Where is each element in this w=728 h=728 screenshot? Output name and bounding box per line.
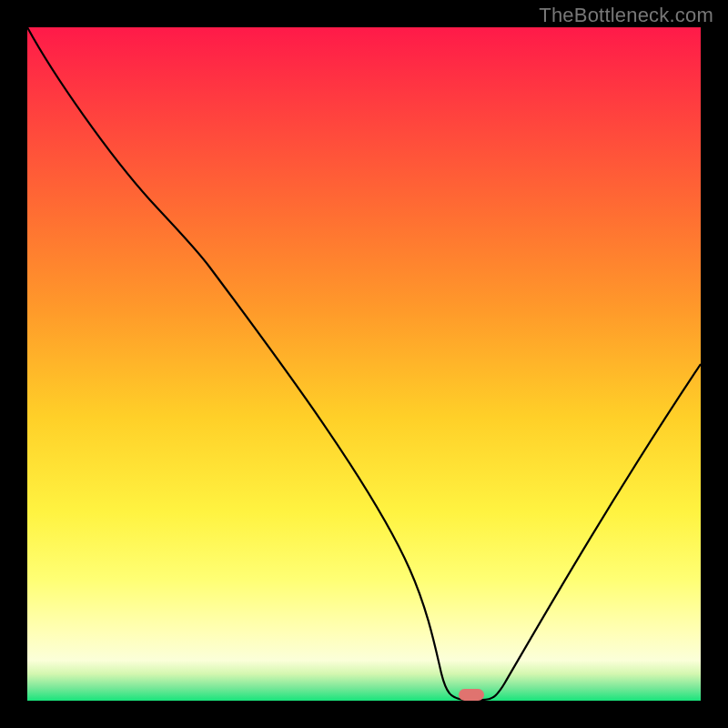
plot-area [27,27,701,701]
watermark-text: TheBottleneck.com [539,4,713,27]
bottleneck-curve [27,27,701,701]
chart-frame: TheBottleneck.com [0,0,728,728]
optimal-marker [459,689,484,701]
curve-path [27,27,701,700]
